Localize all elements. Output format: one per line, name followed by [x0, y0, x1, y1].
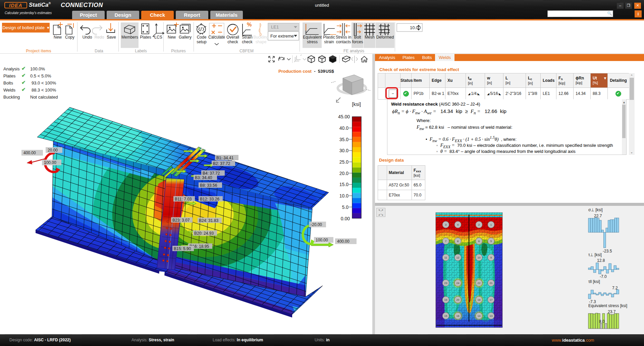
svg-text:10.0: 10.0 — [339, 193, 348, 198]
svg-text:400.00: 400.00 — [23, 151, 36, 155]
svg-text:12.8: 12.8 — [597, 258, 605, 263]
svg-text:14: 14 — [478, 314, 481, 318]
svg-text:2: 2 — [478, 223, 480, 226]
svg-text:B8: 33.56: B8: 33.56 — [200, 183, 217, 188]
svg-text:1: 1 — [490, 223, 492, 226]
svg-text:18: 18 — [478, 298, 481, 301]
svg-text:20.0: 20.0 — [339, 171, 348, 176]
svg-text:8.0: 8.0 — [599, 319, 605, 324]
svg-text:[ksi]: [ksi] — [352, 101, 361, 107]
svg-text:45.00: 45.00 — [338, 114, 350, 119]
svg-text:τll [ksi]: τll [ksi] — [588, 279, 600, 284]
svg-text:%: % — [247, 22, 252, 27]
svg-text:B2: 37.72: B2: 37.72 — [213, 161, 230, 166]
svg-text:7: 7 — [445, 240, 447, 243]
svg-text:16: 16 — [457, 314, 460, 318]
svg-text:Equivalent stress [ksi]: Equivalent stress [ksi] — [588, 303, 627, 308]
svg-text:13: 13 — [490, 314, 493, 318]
svg-text:8: 8 — [457, 240, 459, 243]
svg-text:3: 3 — [445, 223, 447, 226]
svg-text:B1: 34.41: B1: 34.41 — [216, 156, 234, 160]
svg-text:B24: 31.83: B24: 31.83 — [199, 218, 218, 223]
svg-text:For extreme: For extreme — [270, 34, 294, 39]
svg-text:20.00: 20.00 — [48, 148, 58, 153]
svg-text:-20.00: -20.00 — [311, 222, 322, 227]
svg-text:τ⊥ [ksi]: τ⊥ [ksi] — [588, 252, 602, 257]
svg-text:15.0: 15.0 — [339, 182, 348, 187]
svg-text:21: 21 — [490, 282, 493, 285]
svg-text:9: 9 — [490, 256, 492, 259]
svg-text:-23.5: -23.5 — [603, 249, 612, 253]
svg-text:LE1: LE1 — [271, 24, 279, 30]
svg-text:-7.0: -7.0 — [600, 274, 607, 279]
svg-text:σ⊥ [ksi]: σ⊥ [ksi] — [588, 208, 603, 212]
svg-text:22: 22 — [478, 282, 481, 285]
svg-text:10: 10 — [478, 256, 481, 259]
svg-text:0.00: 0.00 — [341, 216, 350, 221]
svg-text:24: 24 — [457, 282, 460, 285]
svg-text:B3: 34.40: B3: 34.40 — [195, 175, 212, 180]
svg-text:40.0: 40.0 — [339, 125, 348, 131]
svg-text:400.00: 400.00 — [337, 239, 350, 244]
svg-text:15: 15 — [444, 314, 447, 318]
svg-text:B23: 3.07: B23: 3.07 — [172, 218, 190, 223]
svg-text:B15: 5.90: B15: 5.90 — [174, 246, 191, 251]
svg-text:100.00: 100.00 — [316, 238, 328, 242]
svg-text:11: 11 — [444, 256, 447, 259]
svg-text:4: 4 — [457, 223, 459, 226]
svg-text:12: 12 — [457, 256, 460, 259]
svg-text:B20: 24.93: B20: 24.93 — [194, 231, 214, 236]
svg-text:100.00: 100.00 — [44, 160, 56, 165]
svg-text:35.0: 35.0 — [339, 137, 348, 142]
svg-text:17: 17 — [490, 298, 493, 301]
svg-text:5: 5 — [490, 240, 492, 243]
svg-text:19: 19 — [444, 298, 447, 301]
svg-text:30.0: 30.0 — [339, 148, 348, 153]
svg-text:B11: 7.03: B11: 7.03 — [175, 197, 192, 201]
svg-text:23: 23 — [444, 282, 447, 285]
svg-text:20: 20 — [457, 298, 460, 301]
svg-text:B12: 33.26: B12: 33.26 — [200, 197, 219, 201]
svg-text:25.0: 25.0 — [339, 159, 348, 165]
svg-text:6: 6 — [478, 240, 480, 243]
svg-text:5.0: 5.0 — [342, 205, 349, 210]
